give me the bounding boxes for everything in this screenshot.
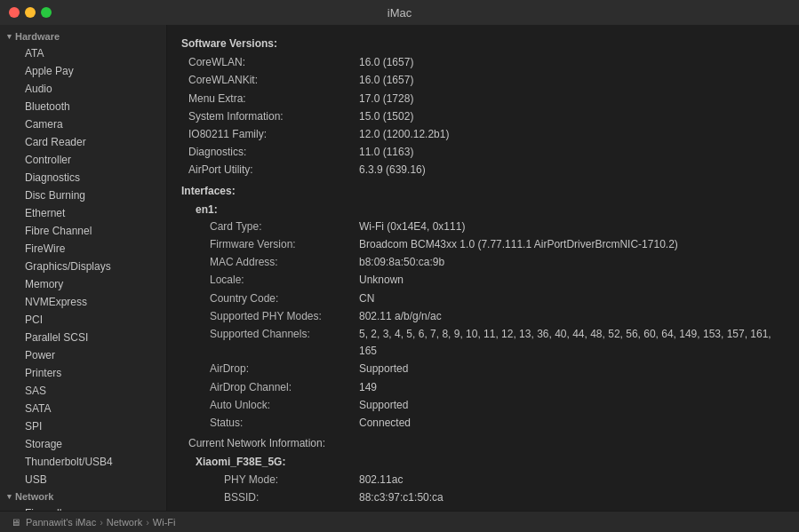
- network-label: Network: [15, 491, 53, 502]
- en1-row: Supported PHY Modes:802.11 a/b/g/n/ac: [181, 308, 785, 325]
- en1-row: Card Type:Wi-Fi (0x14E4, 0x111): [181, 218, 785, 235]
- interfaces-title: Interfaces:: [181, 183, 785, 200]
- sw-value: 12.0 (1200.12.2b1): [359, 126, 449, 143]
- sidebar-item-thunderbolt[interactable]: Thunderbolt/USB4: [0, 453, 166, 471]
- zoom-button[interactable]: [41, 7, 52, 18]
- sw-version-row: Menu Extra:17.0 (1728): [181, 91, 785, 107]
- sidebar-item-nvmexpress[interactable]: NVMExpress: [0, 293, 166, 311]
- xiaomi-key: BSSID:: [181, 489, 359, 506]
- statusbar: 🖥 Pannawit's iMac › Network › Wi-Fi: [0, 511, 799, 532]
- minimize-button[interactable]: [25, 7, 36, 18]
- hardware-chevron: ▾: [7, 32, 12, 41]
- xiaomi-row: BSSID:88:c3:97:c1:50:ca: [181, 489, 785, 506]
- sidebar-item-usb[interactable]: USB: [0, 471, 166, 488]
- sw-value: 15.0 (1502): [359, 108, 413, 125]
- en1-key: Supported PHY Modes:: [181, 308, 359, 325]
- sw-version-row: CoreWLAN:16.0 (1657): [181, 54, 785, 71]
- en1-row: AirDrop Channel:149: [181, 379, 785, 396]
- sidebar-item-sata[interactable]: SATA: [0, 400, 166, 417]
- sidebar-item-ata[interactable]: ATA: [0, 44, 166, 62]
- xiaomi-row: PHY Mode:802.11ac: [181, 472, 785, 488]
- sidebar-item-printers[interactable]: Printers: [0, 364, 166, 382]
- sidebar-item-disc-burning[interactable]: Disc Burning: [0, 187, 166, 204]
- en1-key: Auto Unlock:: [181, 397, 359, 414]
- en1-row: Firmware Version:Broadcom BCM43xx 1.0 (7…: [181, 236, 785, 253]
- sidebar-item-power[interactable]: Power: [0, 346, 166, 364]
- en1-key: Locale:: [181, 272, 359, 289]
- sidebar-item-camera[interactable]: Camera: [0, 115, 166, 133]
- en1-data: Card Type:Wi-Fi (0x14E4, 0x111)Firmware …: [181, 218, 785, 432]
- xiaomi-value: 88:c3:97:c1:50:ca: [359, 489, 443, 506]
- en1-value: CN: [359, 290, 374, 307]
- statusbar-section: Network: [107, 517, 142, 528]
- sidebar-item-ethernet[interactable]: Ethernet: [0, 204, 166, 222]
- en1-row: Status:Connected: [181, 415, 785, 432]
- en1-value: 5, 2, 3, 4, 5, 6, 7, 8, 9, 10, 11, 12, 1…: [359, 326, 785, 360]
- sidebar-item-spi[interactable]: SPI: [0, 417, 166, 435]
- sw-version-row: System Information:15.0 (1502): [181, 108, 785, 125]
- sw-key: CoreWLANKit:: [181, 72, 359, 89]
- sw-key: CoreWLAN:: [181, 54, 359, 71]
- sw-version-row: Diagnostics:11.0 (1163): [181, 144, 785, 161]
- sw-version-row: IO80211 Family:12.0 (1200.12.2b1): [181, 126, 785, 143]
- sidebar-item-memory[interactable]: Memory: [0, 275, 166, 293]
- en1-key: Firmware Version:: [181, 236, 359, 253]
- en1-value: Wi-Fi (0x14E4, 0x111): [359, 218, 465, 235]
- sidebar-item-card-reader[interactable]: Card Reader: [0, 133, 166, 151]
- sw-key: AirPort Utility:: [181, 162, 359, 179]
- current-network-title: Current Network Information:: [181, 435, 359, 452]
- en1-value: 149: [359, 379, 377, 396]
- en1-key: AirDrop:: [181, 361, 359, 377]
- sw-value: 11.0 (1163): [359, 144, 413, 161]
- network-section-header[interactable]: ▾ Network: [0, 488, 166, 504]
- sw-versions-title: Software Versions:: [181, 36, 785, 52]
- en1-title: en1:: [181, 202, 785, 218]
- sw-key: IO80211 Family:: [181, 126, 359, 143]
- sw-key: System Information:: [181, 108, 359, 125]
- sidebar-item-pci[interactable]: PCI: [0, 311, 166, 329]
- traffic-lights[interactable]: [9, 7, 52, 18]
- breadcrumb-sep-2: ›: [146, 517, 149, 528]
- sidebar-item-storage[interactable]: Storage: [0, 435, 166, 453]
- hardware-section-header[interactable]: ▾ Hardware: [0, 28, 166, 44]
- monitor-icon: 🖥: [11, 517, 20, 528]
- xiaomi-key: PHY Mode:: [181, 472, 359, 488]
- titlebar: iMac: [0, 0, 799, 25]
- en1-row: Country Code:CN: [181, 290, 785, 307]
- sw-value: 6.3.9 (639.16): [359, 162, 426, 179]
- sidebar-item-controller[interactable]: Controller: [0, 151, 166, 169]
- en1-value: Connected: [359, 415, 411, 432]
- sidebar-item-firewire[interactable]: FireWire: [0, 240, 166, 258]
- sidebar-item-fibre-channel[interactable]: Fibre Channel: [0, 222, 166, 240]
- en1-value: 802.11 a/b/g/n/ac: [359, 308, 442, 325]
- en1-key: AirDrop Channel:: [181, 379, 359, 396]
- en1-row: AirDrop:Supported: [181, 361, 785, 377]
- xiaomi-data: PHY Mode:802.11acBSSID:88:c3:97:c1:50:ca…: [181, 472, 785, 512]
- sidebar-item-sas[interactable]: SAS: [0, 382, 166, 400]
- en1-value: Unknown: [359, 272, 403, 289]
- sw-value: 16.0 (1657): [359, 72, 413, 89]
- en1-row: Locale:Unknown: [181, 272, 785, 289]
- sidebar-item-graphics-displays[interactable]: Graphics/Displays: [0, 258, 166, 275]
- statusbar-device: Pannawit's iMac: [26, 517, 96, 528]
- sidebar-item-bluetooth[interactable]: Bluetooth: [0, 98, 166, 115]
- sw-key: Diagnostics:: [181, 144, 359, 161]
- sidebar: ▾ Hardware ATA Apple Pay Audio Bluetooth…: [0, 25, 167, 511]
- sidebar-item-diagnostics[interactable]: Diagnostics: [0, 169, 166, 187]
- close-button[interactable]: [9, 7, 20, 18]
- sw-value: 17.0 (1728): [359, 91, 413, 107]
- sidebar-item-firewall[interactable]: Firewall: [0, 504, 166, 511]
- sw-versions-list: CoreWLAN:16.0 (1657)CoreWLANKit:16.0 (16…: [181, 54, 785, 179]
- en1-key: Country Code:: [181, 290, 359, 307]
- window-title: iMac: [388, 6, 411, 20]
- hardware-label: Hardware: [15, 31, 60, 42]
- detail-content: Software Versions: CoreWLAN:16.0 (1657)C…: [181, 36, 785, 511]
- sidebar-item-parallel-scsi[interactable]: Parallel SCSI: [0, 329, 166, 346]
- main-content: ▾ Hardware ATA Apple Pay Audio Bluetooth…: [0, 25, 799, 511]
- sidebar-item-apple-pay[interactable]: Apple Pay: [0, 62, 166, 80]
- en1-key: Supported Channels:: [181, 326, 359, 360]
- sidebar-item-audio[interactable]: Audio: [0, 80, 166, 98]
- network-chevron: ▾: [7, 492, 12, 501]
- en1-key: MAC Address:: [181, 254, 359, 271]
- xiaomi-title: Xiaomi_F38E_5G:: [181, 454, 785, 471]
